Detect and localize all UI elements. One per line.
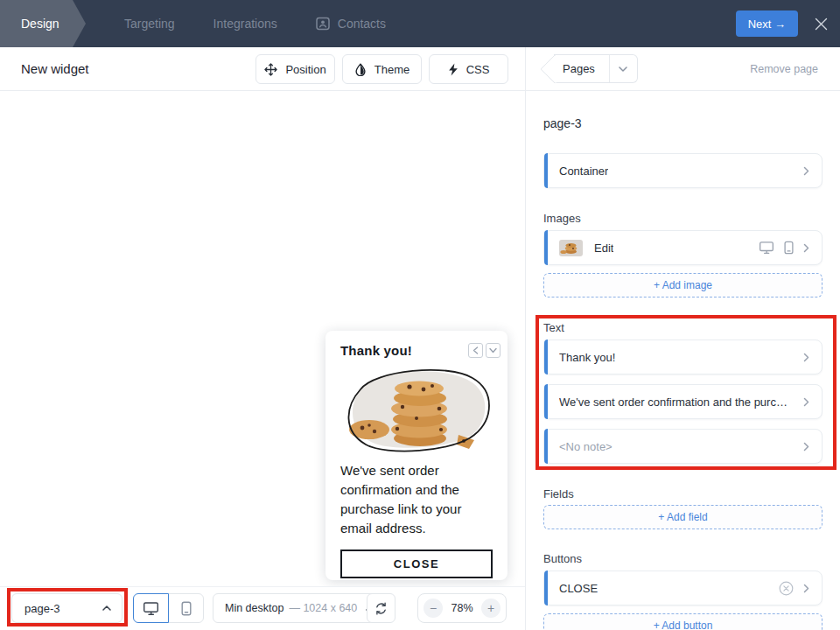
tab-design[interactable]: Design xyxy=(0,0,86,47)
chevron-down-icon[interactable] xyxy=(486,343,500,358)
chevron-left-icon[interactable] xyxy=(468,343,483,358)
tab-targeting-label: Targeting xyxy=(124,17,175,31)
pages-dropdown-button[interactable]: Pages xyxy=(554,54,638,83)
widget-editor-app: Design Targeting Integrations Contacts N… xyxy=(0,0,840,630)
text-layer-label: <No note> xyxy=(559,440,612,453)
add-button-button[interactable]: + Add button xyxy=(543,613,822,630)
tool-buttons: Position Theme CSS xyxy=(256,54,508,84)
chevron-right-icon xyxy=(803,166,809,176)
fields-section-label: Fields xyxy=(543,487,822,500)
chevron-right-icon xyxy=(803,442,809,452)
chevron-up-icon xyxy=(102,606,111,611)
image-layer-item[interactable]: Edit xyxy=(543,230,822,265)
preview-body-text: We've sent order confirmation and the pu… xyxy=(326,452,508,538)
text-layer-label: We've sent order confirmation and the pu… xyxy=(559,396,794,409)
chevron-down-icon[interactable] xyxy=(610,55,637,82)
widget-preview-card: Thank you! xyxy=(326,331,508,580)
toolbar-right: Pages Remove page xyxy=(525,47,840,90)
sidebar-page-title: page-3 xyxy=(543,116,822,130)
image-layer-label: Edit xyxy=(594,242,613,255)
desktop-view-button[interactable] xyxy=(133,593,169,623)
widget-title: New widget xyxy=(21,61,89,76)
lightning-icon xyxy=(448,63,458,76)
remove-page-link[interactable]: Remove page xyxy=(750,63,818,75)
chevron-right-icon xyxy=(803,353,809,362)
move-icon xyxy=(264,63,277,76)
buttons-section-label: Buttons xyxy=(543,552,822,565)
preview-nav-buttons xyxy=(468,343,500,358)
refresh-icon xyxy=(374,602,388,615)
theme-button[interactable]: Theme xyxy=(342,54,422,84)
images-section-label: Images xyxy=(543,212,822,225)
css-button[interactable]: CSS xyxy=(429,54,508,84)
add-field-button[interactable]: + Add field xyxy=(543,505,822,529)
page-select-value: page-3 xyxy=(24,602,60,615)
text-layer-item-title[interactable]: Thank you! xyxy=(543,340,822,374)
contacts-icon xyxy=(316,17,330,31)
refresh-button[interactable] xyxy=(367,593,396,623)
editor-toolbar: New widget Position Theme xyxy=(0,47,840,91)
tab-contacts[interactable]: Contacts xyxy=(316,17,386,31)
chevron-right-icon xyxy=(803,397,809,407)
css-button-label: CSS xyxy=(466,63,490,76)
next-button[interactable]: Next → xyxy=(736,10,798,37)
mobile-view-button[interactable] xyxy=(168,593,204,623)
zoom-out-button[interactable]: − xyxy=(424,598,443,618)
breakpoint-dropdown[interactable]: Min desktop — 1024 x 640 xyxy=(213,593,387,623)
text-layer-item-note[interactable]: <No note> xyxy=(543,429,822,464)
button-layer-label: CLOSE xyxy=(559,582,598,595)
tab-integrations-label: Integrations xyxy=(214,17,277,31)
breakpoint-secondary: — 1024 x 640 xyxy=(289,602,357,614)
theme-button-label: Theme xyxy=(374,63,410,76)
tab-targeting[interactable]: Targeting xyxy=(124,17,175,31)
text-layer-label: Thank you! xyxy=(559,351,615,364)
mobile-icon xyxy=(181,601,192,616)
close-icon[interactable] xyxy=(814,17,829,32)
toolbar-left: New widget Position Theme xyxy=(0,47,525,90)
position-button-label: Position xyxy=(285,63,326,76)
breakpoint-primary: Min desktop xyxy=(225,602,284,614)
zoom-control: − 78% + xyxy=(417,593,507,623)
zoom-in-button[interactable]: + xyxy=(481,598,500,618)
desktop-icon[interactable] xyxy=(759,241,774,255)
zoom-level: 78% xyxy=(451,602,472,614)
cookie-image xyxy=(336,363,497,452)
pages-dropdown-label: Pages xyxy=(554,55,610,82)
preview-title: Thank you! xyxy=(340,343,412,358)
tab-contacts-label: Contacts xyxy=(338,17,386,31)
design-canvas: Thank you! xyxy=(0,91,525,630)
position-button[interactable]: Position xyxy=(256,54,335,84)
tab-design-label: Design xyxy=(21,17,60,31)
top-navigation-bar: Design Targeting Integrations Contacts N… xyxy=(0,0,840,47)
text-layer-item-body[interactable]: We've sent order confirmation and the pu… xyxy=(543,384,822,419)
preview-close-button[interactable]: CLOSE xyxy=(340,550,493,578)
desktop-icon xyxy=(143,601,159,616)
container-layer-item[interactable]: Container xyxy=(543,153,822,188)
chevron-right-icon xyxy=(803,584,809,593)
layers-sidebar: page-3 Container Images Edit xyxy=(525,91,840,630)
tab-integrations[interactable]: Integrations xyxy=(214,17,277,31)
text-section-label: Text xyxy=(543,321,822,334)
chevron-right-icon xyxy=(803,243,809,253)
mobile-icon[interactable] xyxy=(784,241,794,255)
container-layer-label: Container xyxy=(559,164,608,178)
image-thumbnail xyxy=(559,240,583,256)
bottom-bar: page-3 Min desktop — 1024 x 640 xyxy=(0,586,525,630)
add-image-button[interactable]: + Add image xyxy=(543,273,822,298)
button-layer-item-close[interactable]: CLOSE xyxy=(543,570,822,606)
page-select-dropdown[interactable]: page-3 xyxy=(11,593,122,623)
contrast-droplet-icon xyxy=(354,63,367,76)
circle-x-icon[interactable] xyxy=(779,581,794,596)
preview-header: Thank you! xyxy=(326,331,508,358)
